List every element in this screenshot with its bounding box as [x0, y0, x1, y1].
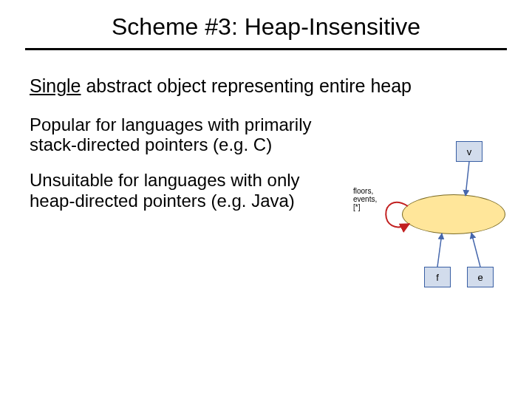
- edge-v-heap: [466, 162, 469, 196]
- node-f: f: [424, 267, 451, 287]
- lead-underlined: Single: [30, 75, 81, 96]
- edge-self-loop: [386, 202, 409, 227]
- paragraph-popular: Popular for languages with primarily sta…: [30, 115, 340, 155]
- edge-e-heap: [471, 233, 480, 267]
- node-v: v: [456, 141, 482, 162]
- heap-diagram: v f e floors, events, [*]: [341, 137, 511, 307]
- slide-title: Scheme #3: Heap-Insensitive: [0, 13, 532, 41]
- lead-rest: abstract object representing entire heap: [81, 75, 412, 96]
- node-e: e: [467, 267, 494, 287]
- label-self-loop: floors, events, [*]: [353, 187, 377, 211]
- lead-sentence: Single abstract object representing enti…: [30, 75, 502, 97]
- paragraph-unsuitable: Unsuitable for languages with only heap-…: [30, 170, 340, 211]
- edge-f-heap: [437, 233, 442, 267]
